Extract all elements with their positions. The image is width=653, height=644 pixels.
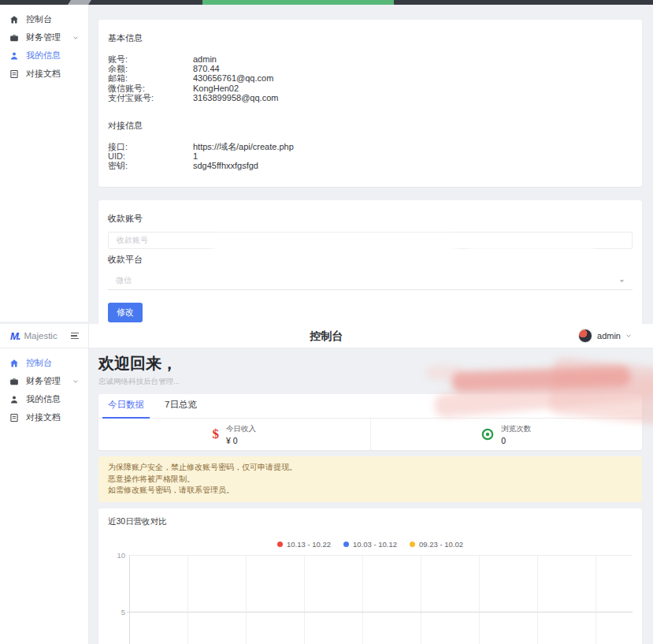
stat-today-income: $ 今日收入 ¥ 0 [98,419,370,450]
modify-button[interactable]: 修改 [108,303,143,322]
sidebar-item-label: 财务管理 [26,32,61,43]
doc-icon [9,69,19,79]
avatar [578,329,592,343]
alert-line: 如需修改账号密码，请联系管理员。 [108,485,633,497]
sidebar-item-my-info[interactable]: 我的信息 [0,47,88,65]
row-label: 余额: [108,64,193,73]
payout-account-input[interactable] [108,232,633,249]
sidebar-item-finance[interactable]: 财务管理 [0,372,88,390]
legend-item[interactable]: 10.13 - 10.22 [277,540,331,549]
sidebar-item-docs[interactable]: 对接文档 [0,65,88,83]
row-value: https://域名/api/create.php [193,142,294,151]
sidebar-item-label: 控制台 [26,357,52,369]
select-value: 微信 [116,275,132,286]
sidebar-item-label: 财务管理 [26,375,61,387]
legend-dot-yellow [410,542,415,547]
info-row: 余额:870.44 [108,64,633,73]
row-label: UID: [108,151,193,161]
chart-legend: 10.13 - 10.22 10.03 - 10.12 09.23 - 10.0… [108,540,633,549]
info-row: 密钥:sdg45ffhxxfgsfgd [108,161,633,170]
stats-row: $ 今日收入 ¥ 0 浏览次数 0 [98,419,642,450]
logo-area: M. Majestic [0,324,89,348]
user-menu[interactable]: admin [578,324,653,348]
info-row: 账号:admin [108,54,633,64]
page: 控制台 财务管理 我的信息 对接文档 基本信息 账号:admin 余额:870.… [0,0,653,644]
dollar-icon: $ [213,426,220,442]
revenue-chart-card: 近30日营收对比 10.13 - 10.22 10.03 - 10.12 09.… [98,508,642,644]
sidebar-item-finance[interactable]: 财务管理 [0,28,88,47]
sidebar-item-label: 对接文档 [26,68,61,80]
sidebar: 控制台 财务管理 我的信息 对接文档 [0,5,89,322]
legend-label: 10.13 - 10.22 [287,540,331,549]
stat-view-count: 浏览次数 0 [370,419,643,450]
row-label: 邮箱: [108,73,193,83]
payout-form-card: 收款账号 收款平台 微信 修改 [98,200,642,333]
dashboard-content: 欢迎回来， 忠诚网络科技后台管理... 今日数据 7日总览 $ 今日收入 ¥ 0 [89,348,653,644]
caret-down-icon [619,278,625,284]
page-title: 控制台 [0,324,653,348]
api-info-title: 对接信息 [108,120,633,132]
sidebar-item-console[interactable]: 控制台 [0,354,88,372]
row-value: 1 [193,151,198,161]
user-icon [9,51,19,61]
stat-label: 浏览次数 [501,424,531,434]
info-row: 微信账号:KongHen02 [108,84,633,93]
api-info-group: 对接信息 接口:https://域名/api/create.php UID:1 … [108,120,633,171]
stats-card: 今日数据 7日总览 $ 今日收入 ¥ 0 [98,394,642,450]
sidebar-item-docs[interactable]: 对接文档 [0,408,88,426]
logo-text: Majestic [24,331,57,341]
info-row: UID:1 [108,151,633,161]
chevron-down-icon [72,378,79,385]
legend-item[interactable]: 10.03 - 10.12 [343,540,397,549]
chevron-down-icon [625,333,632,339]
y-axis-tick: 5 [109,608,125,616]
finance-icon [9,377,19,386]
dashboard-body: 控制台 财务管理 我的信息 对接文档 欢迎回来， 忠诚网络科技后 [0,348,653,644]
eye-icon [481,428,494,441]
row-value: 430656761@qq.com [193,73,273,83]
row-label: 账号: [108,54,193,64]
legend-label: 10.03 - 10.12 [353,540,397,549]
chart-plot-area: 10 5 0 [129,555,633,644]
payout-platform-select[interactable]: 微信 [108,273,633,290]
sidebar-item-label: 我的信息 [26,393,61,405]
chevron-down-icon [72,35,79,41]
stat-value: 0 [501,436,531,445]
alert-line: 为保障账户安全，禁止修改账号密码，仅可申请提现。 [108,462,633,474]
row-label: 密钥: [108,161,193,170]
doc-icon [9,413,19,423]
basic-info-card: 基本信息 账号:admin 余额:870.44 邮箱:430656761@qq.… [98,20,642,187]
app-header: M. Majestic 控制台 admin [0,324,653,348]
dashboard-screen: M. Majestic 控制台 admin 控制台 财务管理 [0,322,653,644]
security-alert: 为保障账户安全，禁止修改账号密码，仅可申请提现。 恶意操作将被严格限制。 如需修… [98,456,642,502]
payout-platform-label: 收款平台 [108,254,633,266]
basic-info-title: 基本信息 [108,32,633,44]
gridline-5 [127,612,633,612]
tab-today-data[interactable]: 今日数据 [108,399,144,418]
legend-label: 09.23 - 10.02 [419,540,463,549]
sidebar-item-label: 控制台 [26,13,52,25]
info-row: 支付宝账号:3163899958@qq.com [108,93,633,102]
row-label: 微信账号: [108,84,193,93]
sidebar-item-my-info[interactable]: 我的信息 [0,390,88,408]
y-axis-tick: 10 [109,551,125,560]
stats-tabs: 今日数据 7日总览 [98,394,642,419]
welcome-subtitle: 忠诚网络科技后台管理... [98,377,642,387]
sidebar: 控制台 财务管理 我的信息 对接文档 [0,348,89,644]
info-row: 接口:https://域名/api/create.php [108,142,633,151]
sidebar-item-console[interactable]: 控制台 [0,10,88,28]
logo-icon: M. [10,330,20,342]
row-value: admin [193,54,217,64]
row-value: 3163899958@qq.com [193,93,278,102]
row-label: 接口: [108,142,193,151]
sidebar-toggle-icon[interactable] [69,329,80,342]
tab-7day-overview[interactable]: 7日总览 [165,399,197,418]
username: admin [597,331,621,341]
alert-line: 恶意操作将被严格限制。 [108,474,633,486]
chart-title: 近30日营收对比 [108,516,633,527]
stat-label: 今日收入 [226,424,256,434]
legend-item[interactable]: 09.23 - 10.02 [410,540,463,549]
profile-content: 基本信息 账号:admin 余额:870.44 邮箱:430656761@qq.… [89,5,653,322]
sidebar-item-label: 对接文档 [26,411,61,423]
payout-account-label: 收款账号 [108,213,633,225]
